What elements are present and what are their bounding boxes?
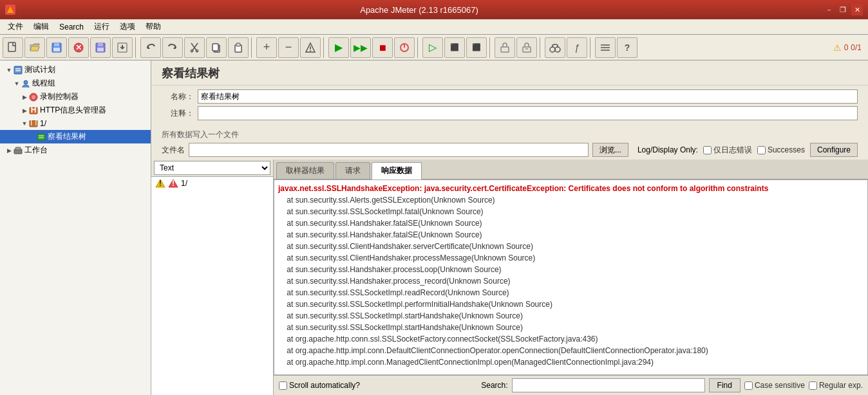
sidebar-item-record-ctrl[interactable]: ▶ 录制控制器	[0, 90, 151, 104]
regular-exp-label: Regular exp.	[809, 381, 863, 390]
minimize-button[interactable]: －	[823, 4, 835, 15]
form-area: 名称： 注释：	[151, 86, 868, 127]
browse-button[interactable]: 浏览...	[592, 143, 628, 157]
warning-icon: ⚠	[833, 42, 842, 53]
toolbar-sep-5	[489, 37, 492, 58]
case-sensitive-checkbox[interactable]	[744, 381, 753, 390]
svg-point-40	[32, 95, 35, 99]
log-line-12: at sun.security.ssl.SSLSocketImpl.startH…	[278, 322, 863, 333]
menu-edit[interactable]: 编辑	[28, 20, 54, 33]
func-button[interactable]: ƒ	[567, 37, 587, 58]
run-button[interactable]: ▶	[328, 37, 349, 58]
paste-button[interactable]	[228, 37, 249, 58]
workbench-label: 工作台	[24, 145, 48, 156]
clear1-button[interactable]	[495, 37, 515, 58]
sidebar-item-test-plan[interactable]: ▼ 测试计划	[0, 63, 151, 77]
close-button[interactable]: ✕	[851, 4, 863, 15]
errors-checkbox[interactable]	[703, 146, 712, 154]
sidebar-item-workbench[interactable]: ▶ 工作台	[0, 143, 151, 157]
workbench-icon	[13, 145, 23, 156]
clear-all-button[interactable]	[300, 37, 321, 58]
tab-response-data[interactable]: 响应数据	[372, 162, 422, 179]
stop-button[interactable]: ⏹	[372, 37, 393, 58]
log-content[interactable]: javax.net.ssl.SSLHandshakeException: jav…	[274, 179, 868, 375]
viewresults-icon	[36, 132, 46, 142]
successes-checkbox[interactable]	[757, 146, 766, 154]
result-list: Text ! !	[151, 160, 274, 395]
threadgroup-label: 线程组	[32, 78, 55, 89]
log-line-0: javax.net.ssl.SSLHandshakeException: jav…	[278, 183, 863, 194]
svg-marker-0	[7, 6, 14, 13]
add-button[interactable]: +	[256, 37, 277, 58]
svg-rect-45	[37, 134, 45, 140]
title-bar-left	[5, 5, 15, 15]
stop-remote1-button[interactable]: ⬛	[444, 37, 465, 58]
display-type-dropdown[interactable]: Text	[154, 161, 270, 175]
scroll-auto-checkbox[interactable]	[279, 381, 287, 390]
svg-point-31	[555, 47, 560, 52]
run-remote-button[interactable]: ▷	[422, 37, 443, 58]
log-area: 取样器结果 请求 响应数据 javax.net.ssl.SSLHandshake…	[274, 160, 868, 395]
errors-label: 仅日志错误	[713, 145, 752, 156]
httpheader-icon: H	[28, 106, 39, 116]
toolbar-sep-1	[135, 37, 138, 58]
find-button[interactable]: Find	[709, 378, 741, 392]
cut-button[interactable]	[184, 37, 205, 58]
redo-button[interactable]	[162, 37, 183, 58]
binoculars-button[interactable]	[545, 37, 565, 58]
log-line-5: at sun.security.ssl.ClientHandshaker.ser…	[278, 241, 863, 252]
menu-file[interactable]: 文件	[3, 20, 28, 33]
save-button[interactable]	[46, 37, 67, 58]
name-input[interactable]	[198, 89, 858, 104]
remove-button[interactable]: −	[278, 37, 299, 58]
tab-sampler-result[interactable]: 取样器结果	[276, 162, 334, 179]
clear2-button[interactable]	[516, 37, 537, 58]
shutdown-button[interactable]	[394, 37, 415, 58]
regular-exp-checkbox[interactable]	[809, 381, 817, 390]
scroll-auto-text: Scroll automatically?	[289, 381, 360, 390]
expand-arrow-testplan: ▼	[5, 66, 13, 74]
restore-button[interactable]: ❐	[837, 4, 849, 15]
open-button[interactable]	[24, 37, 45, 58]
sidebar-item-slash[interactable]: ▼ HTTP 1/	[0, 117, 151, 130]
comment-input[interactable]	[198, 106, 858, 120]
menu-help[interactable]: 帮助	[140, 20, 166, 33]
run-nopause-button[interactable]: ▶▶	[350, 37, 371, 58]
tab-request[interactable]: 请求	[335, 162, 370, 179]
recordctrl-icon	[28, 92, 39, 102]
list-button[interactable]	[595, 37, 616, 58]
log-line-9: at sun.security.ssl.SSLSocketImpl.readRe…	[278, 287, 863, 299]
save2-button[interactable]	[90, 37, 111, 58]
help-button[interactable]: ?	[617, 37, 637, 58]
export-button[interactable]	[112, 37, 133, 58]
sidebar-item-view-results[interactable]: 察看结果树	[0, 130, 151, 143]
menu-run[interactable]: 运行	[89, 20, 115, 33]
svg-point-30	[550, 47, 555, 52]
main-content: ▼ 测试计划 ▼ 线程组 ▶ 录制控制器 ▶	[0, 60, 868, 395]
menu-bar: 文件 编辑 Search 运行 选项 帮助	[0, 19, 868, 35]
scroll-auto-label: Scroll automatically?	[279, 381, 360, 390]
result-list-header: Text	[151, 160, 273, 177]
sidebar-item-thread-group[interactable]: ▼ 线程组	[0, 77, 151, 90]
log-line-10: at sun.security.ssl.SSLSocketImpl.perfor…	[278, 299, 863, 310]
stop-x-button[interactable]: ✕	[68, 37, 89, 58]
search-input[interactable]	[512, 378, 705, 392]
configure-button[interactable]: Configure	[810, 143, 858, 157]
new-button[interactable]	[3, 37, 23, 58]
menu-options[interactable]: 选项	[115, 20, 140, 33]
stop-remote2-button[interactable]: ⬛	[466, 37, 487, 58]
sidebar-item-http-header[interactable]: ▶ H HTTP信息头管理器	[0, 104, 151, 117]
copy-button[interactable]	[206, 37, 227, 58]
testplan-label: 测试计划	[24, 64, 55, 75]
svg-rect-27	[501, 47, 509, 52]
menu-search[interactable]: Search	[54, 21, 89, 33]
svg-rect-4	[53, 48, 60, 51]
window-controls: － ❐ ✕	[823, 4, 863, 15]
toolbar-sep-7	[590, 37, 592, 58]
file-input[interactable]	[189, 143, 589, 157]
tabs-bar: 取样器结果 请求 响应数据	[274, 160, 868, 179]
undo-button[interactable]	[140, 37, 161, 58]
log-line-8: at sun.security.ssl.Handshaker.process_r…	[278, 275, 863, 287]
window-title: Apache JMeter (2.13 r1665067)	[15, 5, 823, 15]
list-item[interactable]: ! ! 1/	[151, 177, 273, 190]
